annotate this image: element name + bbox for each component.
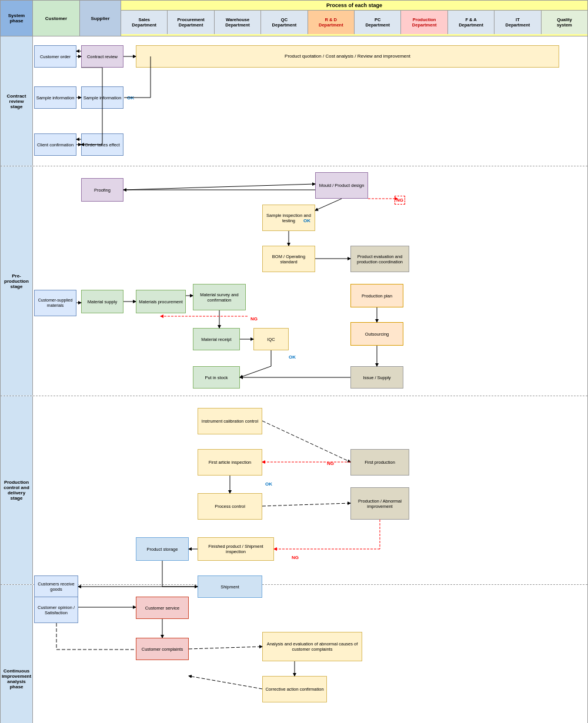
product-quotation-box: Product quotation / Cost analysis / Revi…: [136, 45, 559, 68]
contract-stage-content: Customer order Sample information Client…: [33, 36, 587, 166]
contract-review-box: Contract review: [81, 45, 123, 68]
contract-stage-label: Contract review stage: [1, 36, 33, 166]
client-confirmation-box: Client confirmation: [34, 133, 76, 156]
svg-line-11: [123, 184, 315, 190]
ng-label-1: NG: [250, 316, 258, 322]
mould-design-box: Mould / Product design: [315, 172, 368, 199]
svg-line-13: [315, 199, 342, 210]
material-receipt-box: Material receipt: [193, 328, 240, 350]
dept-production: ProductionDepartment: [401, 11, 447, 34]
dept-procurement: ProcurementDepartment: [168, 11, 214, 34]
dept-row: SalesDepartment ProcurementDepartment Wa…: [121, 11, 587, 34]
outsourcing-box: Outsourcing: [350, 322, 403, 346]
production-abnormal-box: Production / Abnormal improvement: [350, 487, 409, 520]
process-control-box: Process control: [198, 493, 262, 520]
sample-info-supplier-box: Sample information: [81, 86, 123, 109]
bom-box: BOM / Operating standard: [262, 246, 315, 272]
preproduction-stage-row: Pre-production stage Proofing Mould / Pr…: [1, 166, 587, 396]
contract-stage-row: Contract review stage Customer order Sam…: [1, 36, 587, 166]
production-plan-box: Production plan: [350, 284, 403, 307]
first-article-box: First article inspection: [198, 449, 262, 476]
customer-complaints-box: Customer complaints: [136, 638, 189, 660]
svg-line-31: [262, 503, 350, 506]
ok-label-1: OK: [127, 95, 134, 101]
production-stage-label: Production control and delivery stage: [1, 396, 33, 584]
corrective-action-box: Corrective action confirmation: [262, 676, 327, 702]
instrument-calibration-box: Instrument calibration control: [198, 408, 262, 434]
product-storage-box: Product storage: [136, 537, 189, 561]
ok-label-2: OK: [303, 218, 310, 223]
svg-line-44: [189, 676, 262, 689]
issue-supply-box: Issue / Supply: [350, 366, 403, 389]
customer-order-box: Customer order: [34, 45, 76, 68]
preproduction-stage-text: Pre-production stage: [3, 273, 30, 289]
preproduction-stage-label: Pre-production stage: [1, 166, 33, 396]
continuous-stage-row: Continuous improvement analysis phase Cu…: [1, 585, 587, 723]
material-survey-box: Material survey and confirmation: [193, 284, 246, 310]
continuous-stage-content: Customer opinion / Satisfaction Customer…: [33, 585, 587, 723]
product-eval-box: Product evaluation and production coordi…: [350, 246, 409, 272]
ng-label-2: NG: [395, 196, 405, 205]
iqc-box: IQC: [253, 328, 289, 350]
ok-label-4: OK: [265, 481, 272, 487]
ok-label-3: OK: [289, 354, 296, 360]
first-production-box: First production: [350, 449, 409, 476]
customer-header: Customer: [33, 1, 80, 36]
customer-opinion-box: Customer opinion / Satisfaction: [34, 597, 78, 623]
process-header: Process of each stage SalesDepartment Pr…: [121, 1, 587, 36]
preproduction-stage-content: Proofing Mould / Product design Sample i…: [33, 166, 587, 396]
dept-quality: Qualitysystem: [542, 11, 587, 34]
dept-it: ITDepartment: [495, 11, 541, 34]
dept-warehouse: WarehouseDepartment: [215, 11, 261, 34]
proofing-box: Proofing: [81, 178, 123, 202]
supplier-header: Supplier: [80, 1, 121, 36]
dept-qc: QCDepartment: [261, 11, 308, 34]
production-stage-row: Production control and delivery stage In…: [1, 396, 587, 585]
header-row: System phase Customer Supplier Process o…: [1, 1, 587, 36]
svg-line-28: [262, 421, 350, 462]
finished-product-box: Finished product / Shipment inspection: [198, 537, 274, 561]
ng-label-4: NG: [292, 555, 299, 560]
order-takes-effect-box: Order takes effect: [81, 133, 123, 156]
put-in-stock-box: Put in stock: [193, 366, 240, 389]
customer-service-box: Customer service: [136, 597, 189, 619]
production-stage-content: Instrument calibration control First art…: [33, 396, 587, 584]
contract-stage-text: Contract review stage: [3, 93, 30, 109]
svg-line-40: [189, 647, 262, 649]
continuous-stage-text: Continuous improvement analysis phase: [2, 668, 31, 689]
process-title: Process of each stage: [121, 1, 587, 11]
dept-fa: F & ADepartment: [448, 11, 495, 34]
svg-line-23: [240, 366, 271, 377]
system-phase-header: System phase: [1, 1, 33, 36]
dept-sales: SalesDepartment: [121, 11, 168, 34]
materials-procurement-box: Materials procurement: [136, 290, 186, 313]
dept-rd: R & DDepartment: [308, 11, 355, 34]
ng-label-3: NG: [327, 461, 334, 466]
material-supply-box: Material supply: [81, 290, 123, 313]
dept-pc: PCDepartment: [355, 11, 401, 34]
customer-supplied-box: Customer-supplied materials: [34, 290, 76, 316]
production-arrows-svg: [33, 396, 587, 584]
continuous-stage-label: Continuous improvement analysis phase: [1, 585, 33, 723]
analysis-eval-box: Analysis and evaluation of abnormal caus…: [262, 632, 362, 661]
sample-info-customer-box: Sample information: [34, 86, 76, 109]
main-container: System phase Customer Supplier Process o…: [0, 0, 588, 723]
production-stage-text: Production control and delivery stage: [3, 480, 30, 501]
